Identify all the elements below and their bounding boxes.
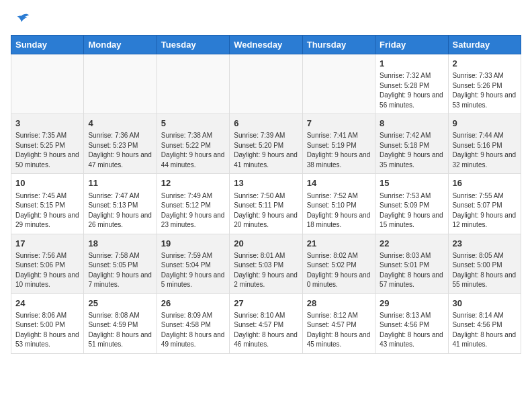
day-number: 13 — [234, 177, 298, 189]
day-info: Sunrise: 7:38 AM Sunset: 5:22 PM Dayligh… — [161, 131, 225, 170]
calendar-day: 22Sunrise: 8:03 AM Sunset: 5:01 PM Dayli… — [375, 234, 448, 293]
day-number: 19 — [161, 238, 225, 250]
day-number: 16 — [453, 177, 517, 189]
calendar-day: 1Sunrise: 7:32 AM Sunset: 5:28 PM Daylig… — [375, 54, 448, 114]
calendar-day: 15Sunrise: 7:53 AM Sunset: 5:09 PM Dayli… — [375, 174, 448, 234]
calendar-day: 5Sunrise: 7:38 AM Sunset: 5:22 PM Daylig… — [157, 114, 229, 174]
column-header-sunday: Sunday — [11, 36, 84, 54]
calendar-day: 8Sunrise: 7:42 AM Sunset: 5:18 PM Daylig… — [375, 114, 448, 174]
calendar-day: 30Sunrise: 8:14 AM Sunset: 4:56 PM Dayli… — [448, 293, 521, 353]
calendar-day: 23Sunrise: 8:05 AM Sunset: 5:00 PM Dayli… — [448, 234, 521, 293]
calendar-week-3: 10Sunrise: 7:45 AM Sunset: 5:15 PM Dayli… — [11, 174, 521, 234]
day-number: 11 — [88, 177, 152, 189]
day-info: Sunrise: 7:39 AM Sunset: 5:20 PM Dayligh… — [234, 131, 298, 170]
day-info: Sunrise: 8:05 AM Sunset: 5:00 PM Dayligh… — [453, 251, 517, 290]
column-header-tuesday: Tuesday — [157, 36, 229, 54]
calendar-day: 17Sunrise: 7:56 AM Sunset: 5:06 PM Dayli… — [11, 234, 84, 293]
day-number: 10 — [15, 177, 79, 189]
day-number: 2 — [453, 58, 517, 70]
calendar-day: 11Sunrise: 7:47 AM Sunset: 5:13 PM Dayli… — [84, 174, 157, 234]
day-number: 3 — [15, 118, 79, 130]
day-info: Sunrise: 7:35 AM Sunset: 5:25 PM Dayligh… — [15, 131, 79, 170]
day-number: 17 — [15, 238, 79, 250]
calendar-table: SundayMondayTuesdayWednesdayThursdayFrid… — [11, 35, 521, 354]
column-header-saturday: Saturday — [448, 36, 521, 54]
day-info: Sunrise: 7:32 AM Sunset: 5:28 PM Dayligh… — [380, 71, 443, 110]
day-info: Sunrise: 8:12 AM Sunset: 4:57 PM Dayligh… — [307, 311, 371, 350]
day-info: Sunrise: 7:58 AM Sunset: 5:05 PM Dayligh… — [88, 251, 152, 290]
calendar-day: 12Sunrise: 7:49 AM Sunset: 5:12 PM Dayli… — [157, 174, 229, 234]
day-number: 25 — [88, 298, 152, 310]
calendar-day — [84, 54, 157, 114]
day-info: Sunrise: 7:55 AM Sunset: 5:07 PM Dayligh… — [453, 191, 517, 230]
day-number: 14 — [307, 177, 371, 189]
day-info: Sunrise: 7:44 AM Sunset: 5:16 PM Dayligh… — [453, 131, 517, 170]
calendar-day: 6Sunrise: 7:39 AM Sunset: 5:20 PM Daylig… — [230, 114, 302, 174]
day-number: 27 — [234, 298, 298, 310]
day-number: 28 — [307, 298, 371, 310]
calendar-header-row: SundayMondayTuesdayWednesdayThursdayFrid… — [11, 36, 521, 54]
calendar-day — [230, 54, 302, 114]
day-info: Sunrise: 8:06 AM Sunset: 5:00 PM Dayligh… — [15, 311, 79, 350]
calendar-day: 13Sunrise: 7:50 AM Sunset: 5:11 PM Dayli… — [230, 174, 302, 234]
calendar-day: 4Sunrise: 7:36 AM Sunset: 5:23 PM Daylig… — [84, 114, 157, 174]
day-info: Sunrise: 8:08 AM Sunset: 4:59 PM Dayligh… — [88, 311, 152, 350]
calendar-day: 21Sunrise: 8:02 AM Sunset: 5:02 PM Dayli… — [302, 234, 375, 293]
column-header-monday: Monday — [84, 36, 157, 54]
day-number: 9 — [453, 118, 517, 130]
day-info: Sunrise: 7:41 AM Sunset: 5:19 PM Dayligh… — [307, 131, 371, 170]
day-info: Sunrise: 8:09 AM Sunset: 4:58 PM Dayligh… — [161, 311, 225, 350]
calendar-day — [157, 54, 229, 114]
day-number: 8 — [380, 118, 443, 130]
calendar-day: 10Sunrise: 7:45 AM Sunset: 5:15 PM Dayli… — [11, 174, 84, 234]
day-info: Sunrise: 8:10 AM Sunset: 4:57 PM Dayligh… — [234, 311, 298, 350]
day-number: 7 — [307, 118, 371, 130]
day-number: 1 — [380, 58, 443, 70]
calendar-day — [302, 54, 375, 114]
day-info: Sunrise: 7:56 AM Sunset: 5:06 PM Dayligh… — [15, 251, 79, 290]
calendar-week-2: 3Sunrise: 7:35 AM Sunset: 5:25 PM Daylig… — [11, 114, 521, 174]
day-number: 15 — [380, 177, 443, 189]
calendar-day: 27Sunrise: 8:10 AM Sunset: 4:57 PM Dayli… — [230, 293, 302, 353]
calendar-day: 7Sunrise: 7:41 AM Sunset: 5:19 PM Daylig… — [302, 114, 375, 174]
day-number: 6 — [234, 118, 298, 130]
day-number: 30 — [453, 298, 517, 310]
calendar-day: 25Sunrise: 8:08 AM Sunset: 4:59 PM Dayli… — [84, 293, 157, 353]
calendar-day — [11, 54, 84, 114]
day-info: Sunrise: 7:47 AM Sunset: 5:13 PM Dayligh… — [88, 191, 152, 230]
day-number: 22 — [380, 238, 443, 250]
day-info: Sunrise: 7:49 AM Sunset: 5:12 PM Dayligh… — [161, 191, 225, 230]
column-header-wednesday: Wednesday — [230, 36, 302, 54]
day-number: 12 — [161, 177, 225, 189]
day-info: Sunrise: 7:52 AM Sunset: 5:10 PM Dayligh… — [307, 191, 371, 230]
page-header — [11, 11, 521, 30]
calendar-day: 2Sunrise: 7:33 AM Sunset: 5:26 PM Daylig… — [448, 54, 521, 114]
day-number: 5 — [161, 118, 225, 130]
day-info: Sunrise: 8:13 AM Sunset: 4:56 PM Dayligh… — [380, 311, 443, 350]
day-number: 4 — [88, 118, 152, 130]
calendar-day: 20Sunrise: 8:01 AM Sunset: 5:03 PM Dayli… — [230, 234, 302, 293]
day-info: Sunrise: 7:33 AM Sunset: 5:26 PM Dayligh… — [453, 71, 517, 110]
calendar-day: 24Sunrise: 8:06 AM Sunset: 5:00 PM Dayli… — [11, 293, 84, 353]
day-number: 23 — [453, 238, 517, 250]
day-number: 29 — [380, 298, 443, 310]
day-number: 21 — [307, 238, 371, 250]
calendar-day: 3Sunrise: 7:35 AM Sunset: 5:25 PM Daylig… — [11, 114, 84, 174]
day-info: Sunrise: 7:36 AM Sunset: 5:23 PM Dayligh… — [88, 131, 152, 170]
day-number: 24 — [15, 298, 79, 310]
day-number: 18 — [88, 238, 152, 250]
day-info: Sunrise: 8:02 AM Sunset: 5:02 PM Dayligh… — [307, 251, 371, 290]
calendar-day: 29Sunrise: 8:13 AM Sunset: 4:56 PM Dayli… — [375, 293, 448, 353]
calendar-day: 16Sunrise: 7:55 AM Sunset: 5:07 PM Dayli… — [448, 174, 521, 234]
calendar-day: 18Sunrise: 7:58 AM Sunset: 5:05 PM Dayli… — [84, 234, 157, 293]
day-number: 20 — [234, 238, 298, 250]
calendar-week-4: 17Sunrise: 7:56 AM Sunset: 5:06 PM Dayli… — [11, 234, 521, 293]
day-info: Sunrise: 8:03 AM Sunset: 5:01 PM Dayligh… — [380, 251, 443, 290]
column-header-thursday: Thursday — [302, 36, 375, 54]
calendar-day: 9Sunrise: 7:44 AM Sunset: 5:16 PM Daylig… — [448, 114, 521, 174]
day-info: Sunrise: 8:14 AM Sunset: 4:56 PM Dayligh… — [453, 311, 517, 350]
column-header-friday: Friday — [375, 36, 448, 54]
calendar-week-5: 24Sunrise: 8:06 AM Sunset: 5:00 PM Dayli… — [11, 293, 521, 353]
calendar-day: 28Sunrise: 8:12 AM Sunset: 4:57 PM Dayli… — [302, 293, 375, 353]
day-info: Sunrise: 7:50 AM Sunset: 5:11 PM Dayligh… — [234, 191, 298, 230]
